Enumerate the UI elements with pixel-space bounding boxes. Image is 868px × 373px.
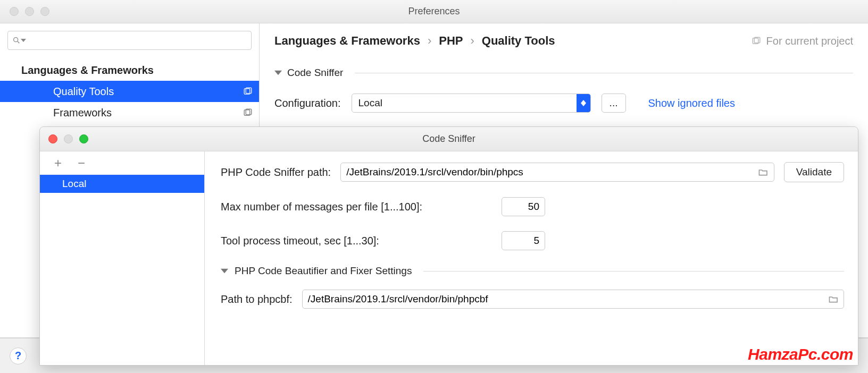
- tree-group-languages-frameworks[interactable]: Languages & Frameworks: [0, 60, 259, 81]
- help-icon: ?: [15, 350, 21, 362]
- code-sniffer-main: PHP Code Sniffer path: Validate Max numb…: [205, 151, 858, 365]
- code-sniffer-title: Code Sniffer: [422, 133, 475, 145]
- remove-button[interactable]: −: [75, 157, 88, 169]
- timeout-input[interactable]: [507, 235, 539, 247]
- configuration-label: Configuration:: [274, 97, 341, 109]
- search-icon: [12, 36, 21, 45]
- tree-item-label: Frameworks: [53, 107, 112, 119]
- svg-line-1: [18, 41, 19, 43]
- phpcbf-path-input[interactable]: [308, 293, 825, 305]
- phpcs-path-input-wrap[interactable]: [340, 163, 774, 182]
- folder-icon[interactable]: [828, 294, 838, 304]
- interpreter-item-label: Local: [62, 178, 86, 190]
- search-box[interactable]: [7, 31, 252, 50]
- svg-point-0: [14, 38, 18, 42]
- max-messages-row: Max number of messages per file [1...100…: [221, 197, 844, 216]
- phpcs-path-label: PHP Code Sniffer path:: [221, 166, 331, 179]
- section-beautifier[interactable]: PHP Code Beautifier and Fixer Settings: [221, 265, 844, 277]
- section-label: Code Sniffer: [287, 67, 343, 79]
- phpcbf-path-label: Path to phpcbf:: [221, 293, 293, 306]
- breadcrumb: Languages & Frameworks › PHP › Quality T…: [274, 34, 853, 48]
- code-sniffer-window: Code Sniffer + − Local PHP Code Sniffer …: [39, 126, 858, 366]
- timeout-row: Tool process timeout, sec [1...30]:: [221, 231, 844, 250]
- configuration-browse-button[interactable]: ...: [602, 94, 626, 113]
- section-label: PHP Code Beautifier and Fixer Settings: [235, 265, 412, 277]
- phpcs-path-row: PHP Code Sniffer path: Validate: [221, 162, 844, 182]
- minimize-window-icon[interactable]: [64, 134, 73, 143]
- select-stepper-icon: [577, 94, 590, 113]
- validate-button-label: Validate: [796, 166, 832, 178]
- folder-icon[interactable]: [758, 167, 768, 177]
- toolbar: + −: [40, 151, 204, 175]
- zoom-window-icon[interactable]: [40, 7, 49, 16]
- configuration-select[interactable]: Local: [352, 94, 591, 113]
- project-scope-icon: [752, 36, 761, 46]
- traffic-lights: [0, 7, 49, 16]
- close-window-icon[interactable]: [10, 7, 19, 16]
- breadcrumb-segment: Quality Tools: [482, 34, 555, 48]
- chevron-right-icon: ›: [428, 34, 431, 48]
- configuration-row: Configuration: Local ... Show ignored fi…: [274, 94, 853, 113]
- search-input[interactable]: [29, 36, 247, 45]
- interpreter-list: Local: [40, 175, 204, 365]
- max-messages-input-wrap[interactable]: [502, 197, 545, 216]
- project-scope-icon: [243, 87, 253, 96]
- breadcrumb-segment: PHP: [439, 34, 463, 48]
- tree-item-frameworks[interactable]: Frameworks: [0, 102, 259, 123]
- phpcbf-path-row: Path to phpcbf:: [221, 290, 844, 309]
- show-ignored-files-link[interactable]: Show ignored files: [648, 97, 735, 109]
- preferences-titlebar: Preferences: [0, 0, 868, 23]
- project-scope-icon: [243, 108, 253, 117]
- interpreter-sidebar: + − Local: [40, 151, 205, 365]
- divider: [355, 73, 853, 73]
- code-sniffer-body: + − Local PHP Code Sniffer path: Validat…: [40, 151, 858, 365]
- add-button[interactable]: +: [52, 157, 64, 169]
- breadcrumb-segment: Languages & Frameworks: [274, 34, 420, 48]
- help-button[interactable]: ?: [10, 347, 27, 364]
- chevron-down-icon: [21, 39, 26, 42]
- divider: [423, 271, 844, 272]
- tree-item-quality-tools[interactable]: Quality Tools: [0, 81, 259, 102]
- max-messages-label: Max number of messages per file [1...100…: [221, 201, 492, 213]
- tree-item-label: Quality Tools: [53, 86, 114, 98]
- configuration-value: Local: [352, 97, 577, 109]
- chevron-right-icon: ›: [470, 34, 474, 48]
- timeout-label: Tool process timeout, sec [1...30]:: [221, 235, 492, 247]
- interpreter-item-local[interactable]: Local: [40, 175, 204, 193]
- phpcbf-path-input-wrap[interactable]: [302, 290, 844, 309]
- preferences-title: Preferences: [408, 6, 460, 17]
- traffic-lights: [40, 134, 88, 143]
- tree-group-label: Languages & Frameworks: [21, 64, 154, 77]
- phpcs-path-input[interactable]: [346, 166, 755, 178]
- for-current-project-label: For current project: [752, 35, 853, 47]
- section-code-sniffer[interactable]: Code Sniffer: [274, 67, 853, 79]
- ellipsis-icon: ...: [610, 97, 618, 109]
- chevron-down-icon: [274, 70, 282, 75]
- timeout-input-wrap[interactable]: [502, 231, 545, 250]
- search-wrap: [0, 23, 259, 55]
- zoom-window-icon[interactable]: [79, 134, 88, 143]
- code-sniffer-titlebar: Code Sniffer: [40, 127, 858, 151]
- watermark: HamzaPc.com: [748, 345, 853, 363]
- chevron-down-icon: [221, 268, 228, 274]
- max-messages-input[interactable]: [507, 201, 539, 213]
- validate-button[interactable]: Validate: [784, 162, 844, 182]
- close-window-icon[interactable]: [48, 134, 57, 143]
- minimize-window-icon[interactable]: [25, 7, 34, 16]
